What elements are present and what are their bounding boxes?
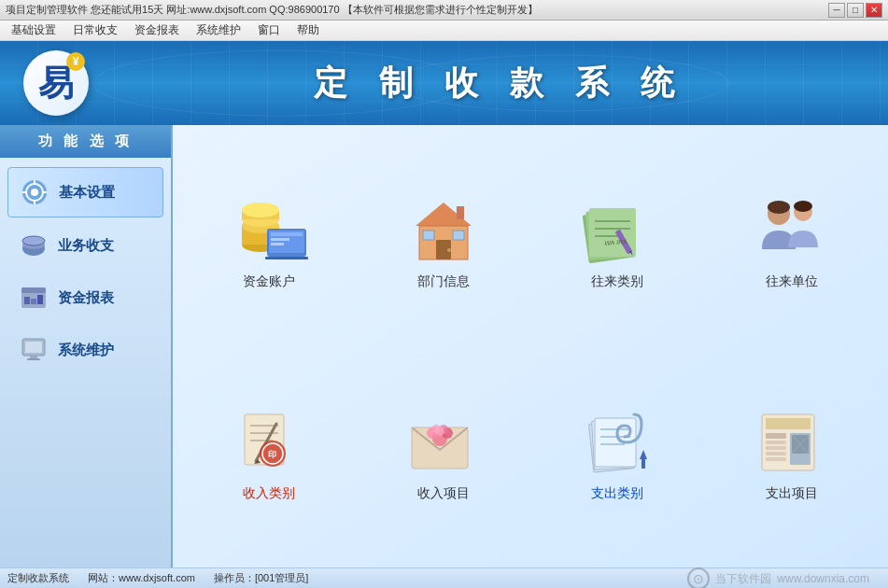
svg-point-42: [447, 248, 451, 252]
svg-rect-89: [766, 452, 786, 455]
title-bar: 项目定制管理软件 您还能试用15天 网址:www.dxjsoft.com QQ:…: [0, 0, 888, 21]
menu-system-maintenance[interactable]: 系统维护: [189, 21, 248, 40]
sidebar-label-finance: 资金报表: [58, 289, 114, 307]
expense-item-icon: [750, 403, 834, 478]
watermark: ⊙ 当下软件园 www.downxia.com: [687, 567, 869, 588]
svg-point-59: [768, 201, 790, 214]
status-system: 定制收款系统: [7, 571, 69, 585]
menu-basic-settings[interactable]: 基础设置: [4, 21, 63, 40]
dept-info-label: 部门信息: [417, 273, 470, 290]
svg-rect-88: [766, 446, 786, 450]
contact-unit-label: 往来单位: [766, 273, 818, 290]
minimize-button[interactable]: ─: [828, 3, 845, 18]
icon-income-type[interactable]: 印 收入类别: [191, 356, 347, 549]
svg-marker-83: [640, 450, 647, 469]
expense-type-label: 支出类别: [591, 485, 643, 502]
sidebar-label-basic: 基本设置: [59, 184, 115, 202]
svg-point-60: [794, 201, 812, 212]
fund-account-label: 资金账户: [243, 273, 295, 290]
svg-rect-19: [31, 299, 36, 304]
svg-rect-18: [24, 297, 30, 304]
title-bar-text: 项目定制管理软件 您还能试用15天 网址:www.dxjsoft.com QQ:…: [6, 3, 538, 17]
menu-finance-report[interactable]: 资金报表: [127, 21, 187, 40]
content-area: 资金账户: [173, 125, 888, 567]
contact-unit-icon: [750, 191, 834, 266]
svg-rect-23: [25, 342, 42, 353]
window-controls: ─ □ ✕: [828, 3, 882, 18]
svg-rect-17: [21, 287, 46, 293]
sidebar-item-basic[interactable]: 基本设置: [7, 167, 163, 217]
svg-rect-45: [453, 231, 464, 240]
sidebar-label-system: 系统维护: [58, 342, 114, 359]
income-item-label: 收入项目: [417, 485, 470, 502]
svg-rect-43: [423, 231, 434, 240]
svg-rect-37: [265, 257, 308, 259]
contact-type-label: 往来类别: [591, 273, 643, 290]
sidebar-title: 功 能 选 项: [0, 125, 171, 158]
svg-rect-24: [30, 356, 37, 358]
icon-contact-unit[interactable]: 往来单位: [714, 144, 870, 337]
svg-rect-87: [766, 441, 786, 444]
svg-rect-86: [766, 433, 786, 439]
watermark-circle: ⊙: [687, 567, 710, 588]
income-item-icon: [402, 403, 486, 478]
menu-daily-income[interactable]: 日常收支: [65, 21, 125, 40]
svg-rect-47: [457, 206, 464, 219]
status-bar: 定制收款系统 网站：www.dxjsoft.com 操作员：[001管理员] ⊙…: [0, 567, 888, 588]
svg-rect-85: [766, 418, 810, 429]
svg-point-7: [31, 189, 38, 196]
svg-point-31: [242, 203, 279, 217]
system-icon: [19, 335, 49, 365]
icon-income-item[interactable]: 收入项目: [366, 356, 522, 549]
expense-type-icon: [575, 403, 659, 478]
logo-circle: 易 ¥: [23, 50, 89, 116]
sidebar: 功 能 选 项 基本设置: [0, 125, 173, 567]
svg-rect-90: [766, 457, 786, 461]
contact-type-icon: WA IRA: [575, 191, 659, 266]
icon-dept-info[interactable]: 部门信息: [366, 144, 522, 337]
svg-rect-25: [27, 358, 40, 360]
svg-rect-35: [271, 238, 289, 241]
basic-settings-icon: [20, 177, 49, 207]
finance-icon: [19, 283, 49, 313]
watermark-label: 当下软件园: [715, 571, 771, 587]
dept-info-icon: [402, 191, 486, 266]
income-type-label: 收入类别: [243, 485, 295, 502]
business-icon: [19, 231, 49, 260]
watermark-site: www.downxia.com: [777, 572, 869, 585]
status-website: 网站：www.dxjsoft.com: [88, 571, 195, 585]
fund-account-icon: [227, 191, 311, 266]
yen-badge: ¥: [66, 52, 85, 71]
svg-point-76: [435, 427, 444, 436]
logo-area: 易 ¥: [0, 41, 112, 125]
icon-contact-type[interactable]: WA IRA 往来类别: [540, 144, 696, 337]
svg-rect-20: [37, 295, 43, 304]
expense-item-label: 支出项目: [766, 485, 818, 502]
maximize-button[interactable]: □: [847, 3, 864, 18]
status-operator: 操作员：[001管理员]: [214, 571, 308, 585]
header: 易 ¥ 定 制 收 款 系 统: [0, 41, 888, 125]
sidebar-label-business: 业务收支: [58, 237, 114, 255]
icon-expense-type[interactable]: 支出类别: [540, 356, 696, 549]
close-button[interactable]: ✕: [866, 3, 882, 18]
svg-rect-34: [271, 232, 303, 236]
menu-help[interactable]: 帮助: [289, 21, 327, 40]
menu-window[interactable]: 窗口: [250, 21, 288, 40]
svg-text:印: 印: [268, 450, 276, 459]
main-area: 功 能 选 项 基本设置: [0, 125, 888, 567]
sidebar-item-finance[interactable]: 资金报表: [7, 273, 163, 322]
sidebar-item-business[interactable]: 业务收支: [7, 221, 163, 270]
header-title: 定 制 收 款 系 统: [112, 61, 888, 106]
icon-fund-account[interactable]: 资金账户: [191, 144, 347, 337]
svg-rect-36: [271, 243, 284, 245]
income-type-icon: 印: [227, 403, 311, 478]
menu-bar: 基础设置 日常收支 资金报表 系统维护 窗口 帮助: [0, 21, 888, 41]
icon-expense-item[interactable]: 支出项目: [714, 356, 870, 549]
sidebar-item-system[interactable]: 系统维护: [7, 326, 163, 374]
